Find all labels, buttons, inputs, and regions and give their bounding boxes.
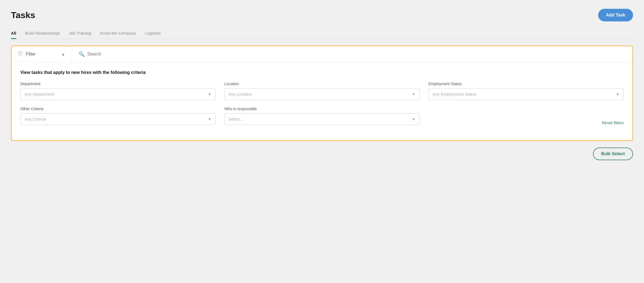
- tab-all[interactable]: All: [11, 28, 16, 39]
- department-label: Department: [20, 82, 215, 86]
- employment-status-filter-group: Employment Status Any Employment Status …: [429, 82, 624, 100]
- filter-search-panel: ⛉ Filter ▲ 🔍 View tasks that apply to ne…: [11, 46, 633, 141]
- other-criteria-placeholder: Any Criteria: [24, 117, 46, 121]
- other-criteria-chevron-icon: ▼: [208, 117, 211, 121]
- filter-row-1: Department Any Department ▼ Location Any…: [20, 82, 624, 100]
- department-filter-group: Department Any Department ▼: [20, 82, 215, 100]
- location-select[interactable]: Any Location ▼: [224, 88, 419, 100]
- tabs-container: All Build Relationships Job Training Kno…: [11, 28, 633, 39]
- reset-filters-button[interactable]: Reset filters: [602, 120, 624, 125]
- criteria-description: View tasks that apply to new hires with …: [20, 70, 624, 75]
- location-chevron-icon: ▼: [412, 92, 416, 96]
- who-is-responsible-chevron-icon: ▼: [412, 117, 416, 121]
- employment-status-label: Employment Status: [429, 82, 624, 86]
- search-icon: 🔍: [79, 51, 85, 57]
- location-label: Location: [224, 82, 419, 86]
- filter-icon: ⛉: [18, 51, 23, 57]
- filter-search-top-bar: ⛉ Filter ▲ 🔍: [12, 46, 632, 62]
- who-is-responsible-label: Who is responsible: [224, 107, 419, 111]
- who-is-responsible-placeholder: Select...: [228, 117, 243, 121]
- bottom-toolbar: Bulk Select: [11, 148, 633, 160]
- department-placeholder: Any Department: [24, 92, 54, 96]
- employment-status-select[interactable]: Any Employment Status ▼: [429, 88, 624, 100]
- chevron-up-icon: ▲: [61, 52, 65, 56]
- add-task-button[interactable]: Add Task: [598, 9, 633, 21]
- bulk-select-button[interactable]: Bulk Select: [593, 148, 633, 160]
- search-section: 🔍: [72, 46, 632, 62]
- tab-job-training[interactable]: Job Training: [69, 28, 91, 39]
- location-filter-group: Location Any Location ▼: [224, 82, 419, 100]
- filter-label: Filter: [26, 52, 36, 57]
- department-select[interactable]: Any Department ▼: [20, 88, 215, 100]
- tab-logistics[interactable]: Logistics: [145, 28, 161, 39]
- tab-know-the-company[interactable]: Know the Company: [100, 28, 136, 39]
- employment-status-chevron-icon: ▼: [616, 92, 620, 96]
- other-criteria-label: Other Criteria: [20, 107, 215, 111]
- search-input[interactable]: [87, 52, 626, 57]
- reset-column: Reset filters: [429, 107, 624, 125]
- filter-toggle[interactable]: ⛉ Filter ▲: [12, 46, 72, 62]
- page-title: Tasks: [11, 10, 35, 20]
- filter-criteria-panel: View tasks that apply to new hires with …: [12, 62, 632, 140]
- employment-status-placeholder: Any Employment Status: [433, 92, 477, 96]
- location-placeholder: Any Location: [228, 92, 252, 96]
- who-is-responsible-select[interactable]: Select... ▼: [224, 113, 419, 125]
- other-criteria-select[interactable]: Any Criteria ▼: [20, 113, 215, 125]
- tab-build-relationships[interactable]: Build Relationships: [25, 28, 60, 39]
- department-chevron-icon: ▼: [208, 92, 211, 96]
- other-criteria-filter-group: Other Criteria Any Criteria ▼: [20, 107, 215, 125]
- who-is-responsible-filter-group: Who is responsible Select... ▼: [224, 107, 419, 125]
- filter-row-2: Other Criteria Any Criteria ▼ Who is res…: [20, 107, 624, 125]
